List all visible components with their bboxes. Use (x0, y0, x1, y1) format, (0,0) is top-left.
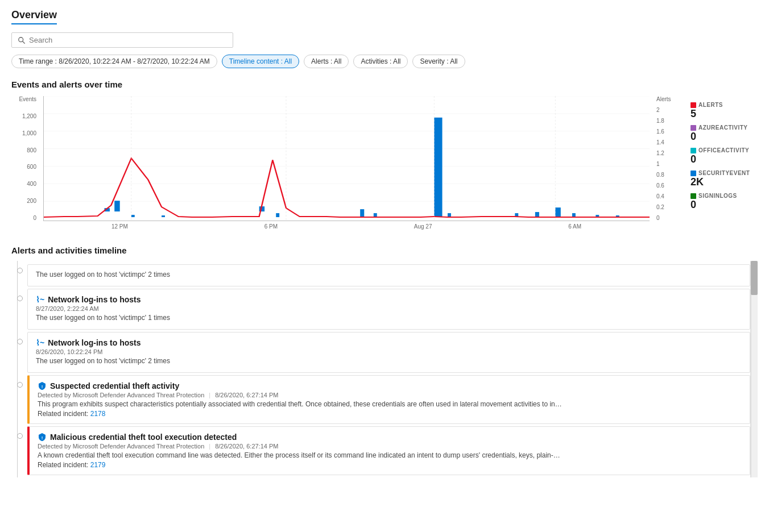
card-title-2: Network log-ins to hosts (48, 338, 140, 347)
filter-chip-activities[interactable]: Activities : All (353, 55, 408, 68)
card-title-4: Malicious credential theft tool executio… (50, 433, 237, 442)
card-desc-2: The user logged on to host 'victimpc' 2 … (36, 357, 742, 365)
legend-securityevent: SECURITYEVENT 2K (691, 170, 751, 188)
activity-icon-2: ⌇~ (36, 338, 44, 347)
svg-rect-20 (535, 212, 539, 217)
timeline-card-3[interactable]: ! Suspected credential theft activity De… (27, 375, 750, 424)
card-desc-4: A known credential theft tool execution … (38, 451, 742, 459)
list-item: The user logged on to host 'victimpc' 2 … (27, 261, 750, 286)
card-title-3: Suspected credential theft activity (50, 381, 179, 390)
card-desc-1: The user logged on to host 'victimpc' 1 … (36, 314, 742, 322)
filter-chip-severity[interactable]: Severity : All (412, 55, 465, 68)
svg-line-1 (23, 41, 25, 43)
chart-x-axis: 12 PM 6 PM Aug 27 6 AM (43, 221, 650, 230)
svg-text:!: ! (42, 384, 43, 389)
filter-chip-timeline-content[interactable]: Timeline content : All (222, 55, 299, 68)
card-datetime-2: 8/26/2020, 10:22:24 PM (36, 348, 102, 355)
timeline-dot (17, 433, 23, 439)
card-related-4: Related incident: 2179 (38, 461, 742, 469)
filter-chip-time-range[interactable]: Time range : 8/26/2020, 10:22:24 AM - 8/… (11, 55, 217, 68)
svg-rect-21 (555, 207, 560, 217)
card-datetime-4: 8/26/2020, 6:27:14 PM (215, 443, 278, 450)
activity-icon: ⌇~ (36, 295, 44, 304)
chart-section: Events and alerts over time Events 1,200… (11, 80, 758, 230)
list-item: ! Suspected credential theft activity De… (27, 375, 750, 424)
timeline-dot (17, 339, 23, 344)
timeline-dot (17, 268, 23, 273)
timeline-title: Alerts and activities timeline (11, 246, 758, 255)
svg-rect-11 (131, 215, 135, 217)
page-title: Overview (11, 9, 57, 24)
legend-azureactivity: AZUREACTIVITY 0 (691, 124, 751, 143)
list-item: ! Malicious credential theft tool execut… (27, 426, 750, 475)
legend-alerts: ALERTS 5 (691, 102, 751, 120)
svg-rect-15 (360, 209, 364, 217)
related-link-4[interactable]: 2179 (90, 461, 106, 469)
chart-title: Events and alerts over time (11, 80, 758, 89)
scrollbar-thumb[interactable] (751, 261, 758, 295)
card-desc-3: This program exhibits suspect characteri… (38, 400, 742, 408)
scrollbar[interactable] (751, 261, 758, 477)
search-icon (18, 36, 26, 44)
card-source-4: Detected by Microsoft Defender Advanced … (38, 443, 204, 450)
card-source-3: Detected by Microsoft Defender Advanced … (38, 392, 204, 398)
list-item: ⌇~ Network log-ins to hosts 8/27/2020, 2… (27, 289, 750, 330)
svg-rect-22 (572, 213, 576, 217)
legend-dot-signin (691, 193, 696, 199)
shield-icon-orange: ! (38, 381, 47, 390)
timeline-card-partial[interactable]: The user logged on to host 'victimpc' 2 … (27, 264, 750, 286)
search-input[interactable] (29, 36, 227, 44)
card-datetime-3: 8/26/2020, 6:27:14 PM (215, 392, 278, 398)
svg-rect-12 (162, 215, 165, 217)
legend-dot-alerts (691, 102, 696, 108)
legend-dot-azure (691, 125, 696, 131)
chart-y-label-events: Events (19, 96, 36, 102)
legend-dot-office (691, 148, 696, 153)
timeline-dot (17, 296, 23, 301)
card-title-1: Network log-ins to hosts (48, 295, 140, 304)
chart-legend: ALERTS 5 AZUREACTIVITY 0 OFFICEACTIVITY (684, 96, 758, 221)
svg-rect-18 (448, 213, 451, 217)
timeline-card-1[interactable]: ⌇~ Network log-ins to hosts 8/27/2020, 2… (27, 289, 750, 330)
filter-bar: Time range : 8/26/2020, 10:22:24 AM - 8/… (11, 55, 758, 68)
timeline-card-2[interactable]: ⌇~ Network log-ins to hosts 8/26/2020, 1… (27, 332, 750, 373)
legend-officeactivity: OFFICEACTIVITY 0 (691, 147, 751, 165)
timeline-section: Alerts and activities timeline The user … (11, 246, 758, 477)
timeline-card-4[interactable]: ! Malicious credential theft tool execut… (27, 426, 750, 475)
svg-rect-14 (276, 213, 279, 217)
related-link-3[interactable]: 2178 (90, 410, 106, 418)
timeline-vertical-line (17, 261, 18, 477)
events-chart-svg (43, 96, 650, 221)
filter-chip-alerts[interactable]: Alerts : All (304, 55, 349, 68)
search-box[interactable] (11, 32, 233, 48)
card-related-3: Related incident: 2178 (38, 410, 742, 418)
svg-rect-16 (374, 213, 377, 217)
svg-text:!: ! (42, 435, 43, 440)
legend-signinlogs: SIGNINLOGS 0 (691, 193, 751, 211)
list-item: ⌇~ Network log-ins to hosts 8/26/2020, 1… (27, 332, 750, 373)
chart-y-label-alerts: Alerts (656, 96, 671, 102)
svg-rect-10 (114, 201, 119, 211)
svg-rect-17 (434, 118, 442, 217)
card-datetime-1: 8/27/2020, 2:22:24 AM (36, 305, 99, 312)
timeline-dot (17, 382, 23, 388)
shield-icon-red: ! (38, 433, 47, 442)
legend-dot-security (691, 171, 696, 176)
